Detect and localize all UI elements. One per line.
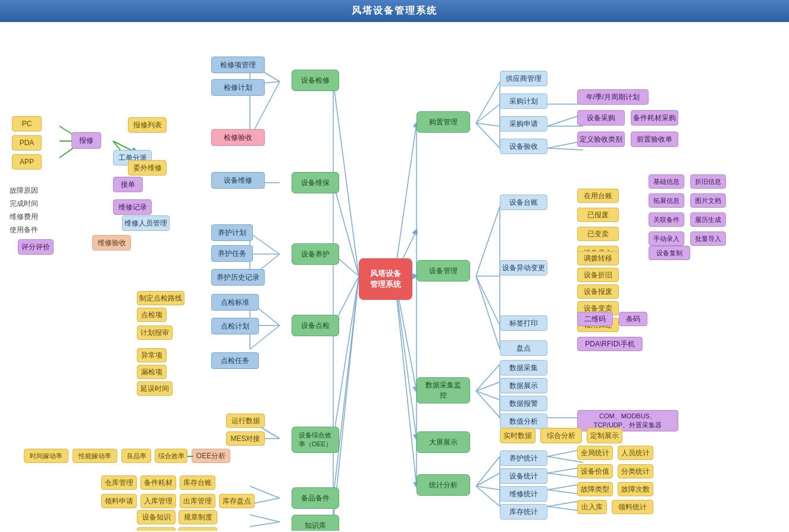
material-stats-node: 领料统计	[612, 500, 653, 514]
repair-accept-node: 维修验收	[92, 235, 131, 251]
inventory-node: 盘点	[500, 340, 547, 356]
equip-maintain-node: 设备维保	[292, 172, 339, 193]
parts-material-node: 备件耗材	[140, 475, 176, 490]
realtime-node: 实时数据	[500, 428, 536, 443]
good-rate-node: 良品率	[121, 449, 151, 463]
svg-line-25	[476, 391, 500, 418]
stock-ledger-node: 库存台账	[180, 475, 215, 490]
abnormal-node: 异常项	[137, 348, 167, 362]
purchase-plan-node: 采购计划	[500, 93, 547, 109]
manual-entry-node: 手动录入	[649, 231, 684, 246]
pic-doc-node: 图片文档	[690, 193, 726, 208]
custom-display-node: 定制展示	[587, 428, 622, 443]
svg-line-24	[476, 391, 500, 400]
equip-purchase-node: 设备采购	[577, 110, 625, 126]
global-stats-node: 全局统计	[577, 446, 613, 460]
svg-line-5	[394, 276, 417, 486]
pc-node: PC	[12, 116, 42, 132]
inspect-task-node: 点检任务	[211, 352, 259, 369]
old-info-node: 折旧信息	[690, 174, 726, 189]
pre-accept-node: 前置验收单	[631, 132, 678, 147]
scrap-node: 设备报废	[577, 284, 619, 299]
center-node: 风塔设备 管理系统	[359, 258, 412, 300]
data-display-node: 数据展示	[500, 378, 547, 393]
repair-cost-label: 维修费用	[6, 210, 42, 223]
care-stats-node: 养护统计	[500, 450, 547, 466]
repair-record-node: 维修记录	[113, 199, 152, 215]
fault-type-node: 故障类型	[577, 482, 613, 496]
qrcode-node: 二维码	[577, 312, 613, 326]
label-print-node: 标签打印	[500, 315, 547, 331]
equip-inspect-node: 设备检修	[292, 70, 339, 91]
overall-eff-node: 综合效率	[155, 449, 187, 463]
repair-list-node: 报修列表	[128, 117, 167, 133]
oee-arrow	[187, 456, 193, 457]
inspect-accept-node: 检修验收	[211, 129, 265, 146]
warehouse-mgr-node: 仓库管理	[101, 475, 137, 490]
svg-line-8	[476, 104, 500, 123]
svg-line-19	[476, 276, 500, 326]
sold-node: 已变卖	[577, 227, 619, 241]
complete-time-label: 完成时间	[6, 197, 42, 210]
data-analysis-node: 数值分析	[500, 414, 547, 429]
repair-stats-node: 维修统计	[500, 486, 547, 502]
page-title: 风塔设备管理系统	[352, 5, 437, 15]
personnel-stats-node: 人员统计	[618, 446, 653, 460]
equip-care-node: 设备养护	[292, 243, 339, 265]
svg-line-54	[250, 233, 280, 254]
inspection-item-node: 点检项	[137, 308, 167, 322]
purchase-apply-node: 采购申请	[500, 116, 547, 132]
supplier-node: 供应商管理	[500, 71, 547, 86]
equip-mgr-node: 设备管理	[417, 260, 470, 281]
diagram-container: 风塔设备 管理系统 购置管理 设备管理 数据采集监 控 大屏展示 统计分析 供应…	[0, 22, 789, 531]
route-node: 制定点检路线	[137, 291, 184, 305]
equip-value-node: 设备价值	[577, 464, 613, 478]
maintenance-exp-node: 维保经验	[137, 527, 176, 531]
repair-node: 报修	[71, 132, 101, 149]
receive-node: 接单	[113, 177, 143, 192]
data-collect2-node: 数据采集	[500, 360, 547, 375]
maintenance-mgr-node: 维修人员管理	[122, 215, 170, 231]
svg-line-16	[547, 148, 583, 150]
purchase-mgr-node: 购置管理	[417, 111, 470, 133]
equip-check-node: 设备点检	[292, 315, 339, 336]
stock-count-node: 库存盘点	[219, 494, 255, 508]
svg-line-31	[476, 486, 500, 506]
pda-rfid-node: PDA\RFID\手机	[577, 337, 643, 351]
history-gen-node: 履历生成	[690, 212, 726, 227]
in-out-node: 出入库	[577, 500, 607, 514]
svg-line-30	[476, 486, 500, 490]
inspect-plan-node: 检修计划	[211, 79, 265, 96]
data-collect-node: 数据采集监 控	[417, 377, 470, 403]
barcode-node: 条码	[619, 312, 647, 326]
year-plan-node: 年/季/月周期计划	[577, 89, 649, 105]
inspect-plan2-node: 点检计划	[211, 318, 259, 334]
outbound-node: 出库管理	[180, 494, 215, 508]
basic-info-node: 基础信息	[649, 174, 684, 189]
classify-stats-node: 分类统计	[618, 464, 653, 478]
batch-import-node: 批量导入	[690, 231, 726, 246]
svg-line-7	[476, 82, 500, 123]
define-accept-node: 定义验收类别	[577, 132, 625, 147]
plan-submit-node: 计划报审	[137, 326, 173, 340]
svg-line-17	[476, 206, 500, 276]
rating-node: 评分评价	[18, 239, 54, 255]
care-plan-node: 养护计划	[211, 224, 253, 241]
fault-cause-label: 故障原因	[6, 184, 42, 197]
knowledge-node: 知识库	[292, 515, 339, 531]
mes-node: MES对接	[226, 431, 265, 446]
apply-material-node: 领料申请	[101, 494, 137, 508]
missed-node: 漏检项	[137, 365, 167, 379]
rules-system-node: 规章制度	[179, 510, 217, 524]
spare-parts-node: 备品备件	[292, 487, 339, 509]
svg-line-45	[333, 276, 359, 439]
transfer-node: 调拨转移	[577, 251, 619, 265]
inspect-standard-node: 点检标准	[211, 294, 259, 311]
delay-node: 延误时间	[137, 381, 173, 396]
svg-line-20	[476, 276, 500, 349]
pda-node: PDA	[12, 135, 42, 151]
parts-purchase-node: 备件耗材采购	[631, 110, 678, 126]
inbound-node: 入库管理	[140, 494, 176, 508]
inspect-mgr-node: 检修项管理	[211, 57, 265, 73]
runtime-data-node: 运行数据	[226, 414, 265, 428]
